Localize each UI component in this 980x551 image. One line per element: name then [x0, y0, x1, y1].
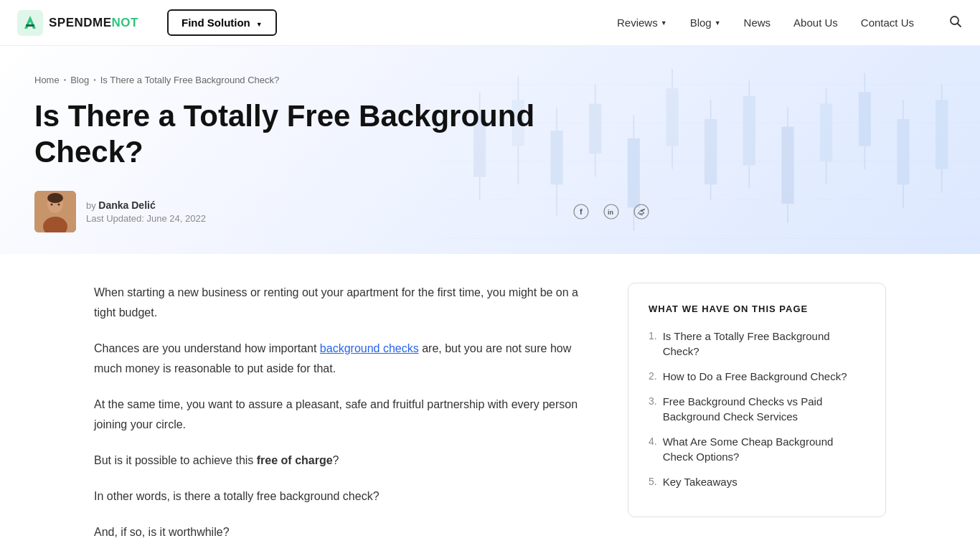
- reviews-chevron-icon: [661, 19, 667, 27]
- social-icons: f in: [571, 202, 651, 222]
- svg-rect-33: [897, 119, 909, 184]
- blog-chevron-icon: [715, 19, 721, 27]
- breadcrumb-blog[interactable]: Blog: [70, 75, 89, 85]
- author-avatar: [34, 191, 76, 232]
- toc-item-2[interactable]: 2. How to Do a Free Background Check?: [649, 369, 865, 384]
- svg-text:f: f: [580, 207, 583, 216]
- svg-point-38: [47, 193, 63, 203]
- article-content: When starting a new business or renting …: [94, 283, 593, 551]
- search-icon[interactable]: [948, 14, 963, 32]
- author-by-label: by Danka Delić: [86, 199, 561, 212]
- svg-rect-27: [781, 127, 793, 204]
- hero-section: Home • Blog • Is There a Totally Free Ba…: [0, 46, 980, 254]
- svg-point-41: [58, 203, 60, 205]
- find-solution-chevron-icon: [256, 17, 263, 29]
- author-date: Last Updated: June 24, 2022: [86, 213, 561, 224]
- toc-title: WHAT WE HAVE ON THIS PAGE: [649, 303, 865, 314]
- breadcrumb-dot-1: •: [64, 76, 67, 84]
- breadcrumb: Home • Blog • Is There a Totally Free Ba…: [34, 75, 651, 85]
- svg-rect-0: [17, 10, 43, 36]
- navbar: SPENDMENOT Find Solution Reviews Blog Ne…: [0, 0, 980, 46]
- paragraph-5: In other words, is there a totally free …: [94, 486, 593, 507]
- svg-rect-2: [26, 24, 34, 27]
- toc-item-3[interactable]: 3. Free Background Checks vs Paid Backgr…: [649, 394, 865, 424]
- hero-content: Home • Blog • Is There a Totally Free Ba…: [34, 75, 651, 232]
- svg-rect-29: [820, 103, 832, 161]
- find-solution-button[interactable]: Find Solution: [167, 9, 277, 36]
- twitter-icon[interactable]: [631, 202, 651, 222]
- site-logo[interactable]: SPENDMENOT: [17, 10, 138, 36]
- author-info: by Danka Delić Last Updated: June 24, 20…: [86, 199, 561, 224]
- svg-rect-31: [858, 92, 870, 146]
- toc-item-4[interactable]: 4. What Are Some Cheap Background Check …: [649, 434, 865, 464]
- find-solution-label: Find Solution: [182, 17, 250, 29]
- svg-rect-21: [666, 88, 678, 146]
- breadcrumb-current: Is There a Totally Free Background Check…: [100, 75, 280, 85]
- svg-point-40: [51, 203, 53, 205]
- nav-links: Reviews Blog News About Us Contact Us: [617, 14, 963, 32]
- svg-line-4: [958, 23, 961, 27]
- background-checks-link[interactable]: background checks: [320, 342, 419, 354]
- author-row: by Danka Delić Last Updated: June 24, 20…: [34, 191, 651, 232]
- svg-text:in: in: [608, 209, 613, 216]
- nav-left: SPENDMENOT Find Solution: [17, 9, 277, 36]
- facebook-icon[interactable]: f: [571, 202, 591, 222]
- toc-item-1[interactable]: 1. Is There a Totally Free Background Ch…: [649, 329, 865, 359]
- free-of-charge-bold: free of charge: [257, 454, 333, 466]
- nav-item-news[interactable]: News: [744, 17, 771, 29]
- paragraph-4: But is it possible to achieve this free …: [94, 451, 593, 471]
- paragraph-1: When starting a new business or renting …: [94, 283, 593, 323]
- author-name: Danka Delić: [98, 199, 155, 211]
- paragraph-2: Chances are you understand how important…: [94, 339, 593, 379]
- sidebar: WHAT WE HAVE ON THIS PAGE 1. Is There a …: [628, 283, 886, 551]
- page-title: Is There a Totally Free Background Check…: [34, 98, 623, 171]
- svg-rect-35: [936, 100, 948, 169]
- paragraph-6: And, if so, is it worthwhile?: [94, 522, 593, 542]
- nav-item-about[interactable]: About Us: [793, 17, 838, 29]
- linkedin-icon[interactable]: in: [601, 202, 621, 222]
- nav-item-blog[interactable]: Blog: [690, 17, 721, 29]
- svg-rect-23: [705, 119, 717, 184]
- breadcrumb-home[interactable]: Home: [34, 75, 60, 85]
- logo-text: SPENDMENOT: [49, 16, 138, 30]
- paragraph-3: At the same time, you want to assure a p…: [94, 395, 593, 435]
- toc-item-5[interactable]: 5. Key Takeaways: [649, 474, 865, 489]
- nav-item-contact[interactable]: Contact Us: [861, 17, 914, 29]
- nav-item-reviews[interactable]: Reviews: [617, 17, 667, 29]
- toc-list: 1. Is There a Totally Free Background Ch…: [649, 329, 865, 489]
- svg-point-46: [634, 204, 649, 219]
- toc-box: WHAT WE HAVE ON THIS PAGE 1. Is There a …: [628, 283, 886, 517]
- breadcrumb-dot-2: •: [93, 76, 96, 84]
- logo-icon: [17, 10, 43, 36]
- main-layout: When starting a new business or renting …: [60, 254, 920, 551]
- svg-rect-25: [743, 96, 755, 166]
